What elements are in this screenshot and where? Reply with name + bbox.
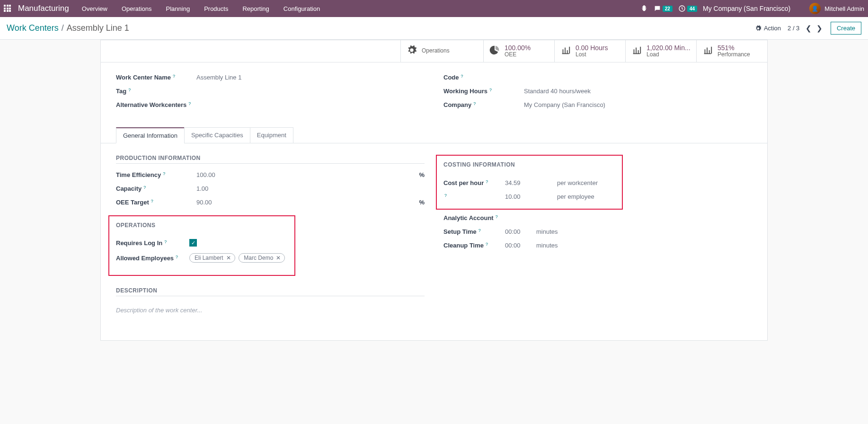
stat-perf-value: 551% bbox=[717, 44, 750, 52]
emp-tag-2: Marc Demo✕ bbox=[239, 253, 285, 263]
tools-icon[interactable] bbox=[796, 5, 804, 12]
main-navbar: Manufacturing Overview Operations Planni… bbox=[0, 0, 868, 17]
nav-reporting[interactable]: Reporting bbox=[236, 5, 275, 12]
eff-label: Time Efficiency? bbox=[116, 171, 196, 178]
stat-bar: Operations 100.00% OEE 0.00 Hours Lost bbox=[101, 40, 767, 62]
breadcrumb-current: Assembly Line 1 bbox=[67, 23, 129, 33]
user-name: Mitchell Admin bbox=[824, 5, 864, 12]
company-label: Company? bbox=[443, 101, 524, 108]
nav-planning[interactable]: Planning bbox=[160, 5, 196, 12]
analytic-label: Analytic Account? bbox=[443, 214, 505, 221]
navbar-brand[interactable]: Manufacturing bbox=[18, 4, 74, 13]
oee-target-unit: % bbox=[419, 199, 425, 206]
activities-icon[interactable]: 44 bbox=[678, 5, 697, 12]
remove-emp1-icon[interactable]: ✕ bbox=[226, 255, 231, 261]
stat-oee-label: OEE bbox=[505, 52, 531, 58]
description-textarea[interactable] bbox=[116, 304, 425, 324]
name-value[interactable]: Assembly Line 1 bbox=[196, 74, 425, 81]
form-sheet: Operations 100.00% OEE 0.00 Hours Lost bbox=[100, 40, 768, 341]
tab-general-info[interactable]: General Information bbox=[116, 127, 185, 143]
cph-value[interactable]: 34.59 bbox=[505, 179, 543, 186]
setup-unit: minutes bbox=[536, 228, 558, 235]
gear-icon bbox=[407, 45, 417, 57]
pe-value[interactable]: 10.00 bbox=[505, 193, 543, 200]
cleanup-unit: minutes bbox=[536, 242, 558, 249]
nav-overview[interactable]: Overview bbox=[76, 5, 114, 12]
hours-value[interactable]: Standard 40 hours/week bbox=[524, 88, 752, 95]
stat-perf-label: Performance bbox=[717, 52, 750, 58]
company-value[interactable]: My Company (San Francisco) bbox=[524, 101, 752, 108]
stat-lost[interactable]: 0.00 Hours Lost bbox=[554, 40, 625, 62]
name-label: Work Center Name? bbox=[116, 74, 196, 81]
gear-icon bbox=[755, 25, 762, 32]
action-label: Action bbox=[764, 25, 781, 32]
login-label: Requires Log In? bbox=[116, 239, 189, 247]
tabs: General Information Specific Capacities … bbox=[101, 127, 767, 143]
debug-icon[interactable] bbox=[640, 5, 648, 12]
action-dropdown[interactable]: Action bbox=[755, 25, 781, 32]
setup-value[interactable]: 00:00 bbox=[505, 228, 529, 235]
user-menu[interactable]: 👤 Mitchell Admin bbox=[809, 3, 864, 14]
tab-specific-capacities[interactable]: Specific Capacities bbox=[184, 127, 250, 143]
cph-label: Cost per hour? bbox=[443, 179, 505, 186]
bar-chart-icon bbox=[560, 45, 571, 57]
nav-configuration[interactable]: Configuration bbox=[277, 5, 326, 12]
breadcrumb-root[interactable]: Work Centers bbox=[7, 23, 59, 33]
stat-load-label: Load bbox=[647, 52, 691, 58]
pe-note: per employee bbox=[557, 193, 594, 200]
eff-unit: % bbox=[419, 171, 425, 178]
cph-note: per workcenter bbox=[557, 179, 598, 186]
tag-label: Tag? bbox=[116, 88, 196, 95]
remove-emp2-icon[interactable]: ✕ bbox=[276, 255, 281, 261]
emp-tag-1: Eli Lambert✕ bbox=[189, 253, 235, 263]
emp-tags[interactable]: Eli Lambert✕ Marc Demo✕ bbox=[189, 253, 288, 263]
setup-label: Setup Time? bbox=[443, 228, 505, 235]
pager-text[interactable]: 2 / 3 bbox=[788, 25, 799, 32]
messages-badge: 22 bbox=[663, 6, 673, 12]
avatar: 👤 bbox=[809, 3, 821, 14]
emp-label: Allowed Employees? bbox=[116, 255, 189, 262]
stat-oee[interactable]: 100.00% OEE bbox=[483, 40, 554, 62]
create-button[interactable]: Create bbox=[831, 22, 861, 35]
pager-prev[interactable]: ❮ bbox=[804, 24, 813, 32]
production-heading: PRODUCTION INFORMATION bbox=[116, 155, 425, 164]
stat-oee-value: 100.00% bbox=[505, 44, 531, 52]
code-label: Code? bbox=[443, 74, 524, 81]
breadcrumb: Work Centers / Assembly Line 1 bbox=[7, 23, 129, 33]
costing-highlight: COSTING INFORMATION Cost per hour? 34.59… bbox=[436, 155, 623, 210]
cleanup-label: Cleanup Time? bbox=[443, 242, 505, 249]
pie-chart-icon bbox=[489, 45, 500, 57]
alt-label: Alternative Workcenters? bbox=[116, 101, 196, 108]
oee-target-value[interactable]: 90.00 bbox=[196, 199, 419, 206]
operations-heading: OPERATIONS bbox=[116, 222, 288, 230]
company-selector[interactable]: My Company (San Francisco) bbox=[703, 5, 790, 12]
stat-lost-label: Lost bbox=[576, 52, 608, 58]
pe-label: ? bbox=[443, 193, 505, 198]
eff-value[interactable]: 100.00 bbox=[196, 171, 419, 178]
stat-load[interactable]: 1,020.00 Min... Load bbox=[625, 40, 696, 62]
activities-badge: 44 bbox=[687, 6, 697, 12]
stat-lost-value: 0.00 Hours bbox=[576, 44, 608, 52]
cap-value[interactable]: 1.00 bbox=[196, 185, 425, 192]
messages-icon[interactable]: 22 bbox=[654, 5, 673, 12]
operations-highlight: OPERATIONS Requires Log In? ✓ Allowed Em… bbox=[108, 215, 295, 276]
breadcrumb-sep: / bbox=[62, 23, 64, 33]
tab-equipment[interactable]: Equipment bbox=[250, 127, 293, 143]
oee-target-label: OEE Target? bbox=[116, 199, 196, 206]
stat-load-value: 1,020.00 Min... bbox=[647, 44, 691, 52]
costing-heading: COSTING INFORMATION bbox=[443, 161, 615, 170]
nav-products[interactable]: Products bbox=[198, 5, 234, 12]
cleanup-value[interactable]: 00:00 bbox=[505, 242, 529, 249]
bar-chart-icon bbox=[702, 45, 713, 57]
stat-operations-label: Operations bbox=[422, 48, 450, 54]
cap-label: Capacity? bbox=[116, 185, 196, 192]
description-heading: DESCRIPTION bbox=[116, 287, 425, 296]
apps-icon[interactable] bbox=[4, 5, 11, 12]
control-panel: Work Centers / Assembly Line 1 Action 2 … bbox=[0, 17, 868, 40]
login-checkbox[interactable]: ✓ bbox=[189, 239, 197, 247]
stat-operations[interactable]: Operations bbox=[400, 40, 483, 62]
pager-next[interactable]: ❯ bbox=[815, 24, 824, 32]
nav-operations[interactable]: Operations bbox=[115, 5, 158, 12]
stat-performance[interactable]: 551% Performance bbox=[696, 40, 767, 62]
hours-label: Working Hours? bbox=[443, 88, 524, 95]
